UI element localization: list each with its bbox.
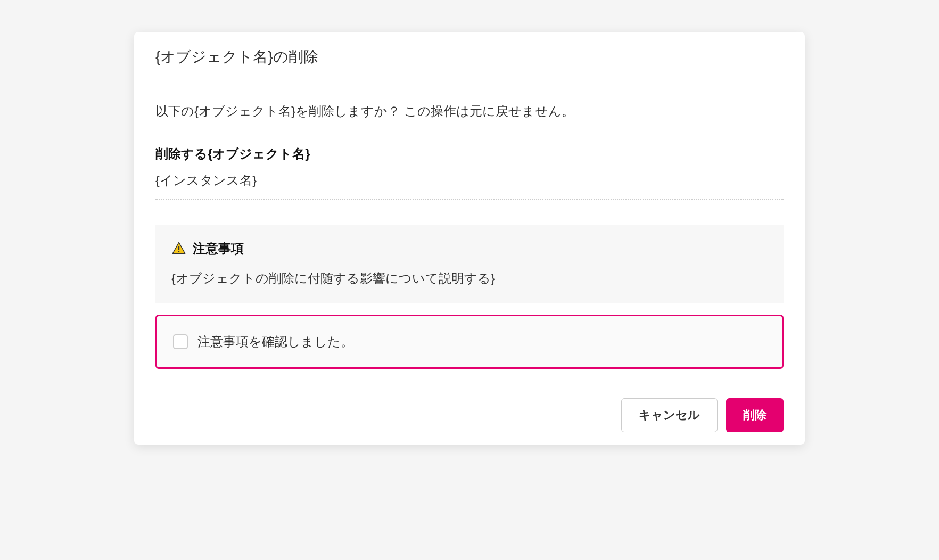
dialog-title: {オブジェクト名}の削除 bbox=[155, 47, 784, 67]
confirm-checkbox-label: 注意事項を確認しました。 bbox=[197, 333, 353, 350]
notice-header: 注意事項 bbox=[171, 240, 768, 257]
warning-icon bbox=[171, 241, 186, 256]
instance-name: {インスタンス名} bbox=[155, 172, 784, 200]
svg-rect-0 bbox=[178, 246, 179, 250]
confirm-checkbox-container[interactable]: 注意事項を確認しました。 bbox=[155, 315, 784, 369]
delete-confirmation-dialog: {オブジェクト名}の削除 以下の{オブジェクト名}を削除しますか？ この操作は元… bbox=[134, 32, 805, 445]
svg-rect-1 bbox=[178, 251, 179, 252]
dialog-body: 以下の{オブジェクト名}を削除しますか？ この操作は元に戻せません。 削除する{… bbox=[134, 81, 805, 385]
notice-title: 注意事項 bbox=[193, 240, 244, 257]
delete-button[interactable]: 削除 bbox=[726, 398, 784, 432]
delete-target-label: 削除する{オブジェクト名} bbox=[155, 145, 784, 162]
dialog-footer: キャンセル 削除 bbox=[134, 385, 805, 445]
cancel-button[interactable]: キャンセル bbox=[621, 398, 718, 432]
notice-box: 注意事項 {オブジェクトの削除に付随する影響について説明する} bbox=[155, 225, 784, 303]
confirm-text: 以下の{オブジェクト名}を削除しますか？ この操作は元に戻せません。 bbox=[155, 103, 784, 120]
notice-description: {オブジェクトの削除に付随する影響について説明する} bbox=[171, 270, 768, 287]
confirm-checkbox[interactable] bbox=[173, 334, 188, 349]
dialog-header: {オブジェクト名}の削除 bbox=[134, 32, 805, 81]
